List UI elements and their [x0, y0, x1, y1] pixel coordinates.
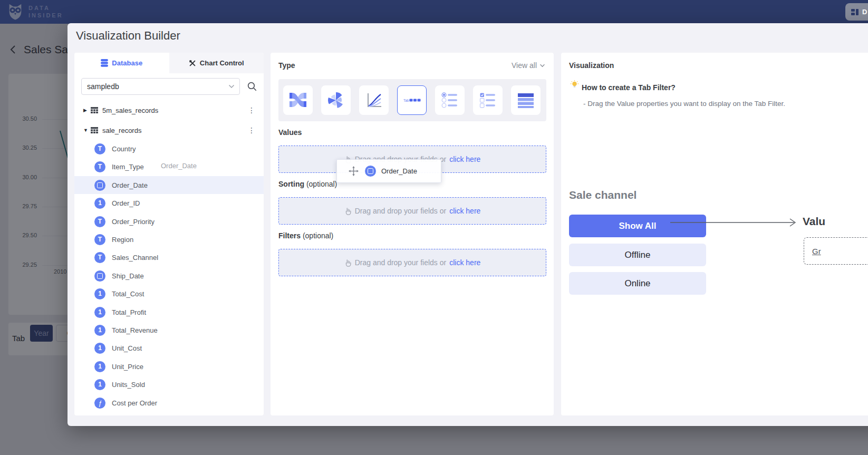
drag-hand-icon [344, 207, 352, 215]
field-label: Total_Profit [112, 308, 146, 316]
drag-hand-icon [344, 259, 352, 267]
table-menu-icon[interactable]: ⋮ [248, 106, 255, 114]
table-icon [91, 107, 98, 114]
field-label: Total_Revenue [112, 326, 158, 334]
top-navbar: DATA INSIDER D [0, 0, 868, 24]
field-item[interactable]: T Country [74, 140, 264, 158]
dropzone-hint: Drag and drop your fields or [355, 258, 447, 267]
field-label: Item_Type [112, 163, 144, 171]
sorting-dropzone[interactable]: Drag and drop your fields or click here [278, 197, 546, 225]
chart-type-line[interactable] [359, 85, 389, 115]
pie-chart-icon [326, 91, 345, 110]
date-field-icon [94, 270, 105, 282]
table-menu-icon[interactable]: ⋮ [248, 126, 255, 134]
field-item-order-date[interactable]: Order_Date [74, 176, 264, 194]
brand[interactable]: DATA INSIDER [6, 3, 63, 21]
field-label: Ship_Date [112, 272, 144, 280]
table-name: 5m_sales_records [102, 107, 158, 114]
tab-database-label: Database [112, 59, 142, 67]
chart-type-table[interactable] [511, 85, 541, 115]
panel-tabs: Database Chart Control [74, 53, 264, 73]
chart-type-tab-filter[interactable]: Tab [397, 85, 427, 115]
field-item[interactable]: 1 Unit_Cost [74, 339, 264, 357]
chevron-down-icon[interactable] [228, 84, 235, 89]
dropzone-click-here-link[interactable]: click here [449, 207, 480, 215]
text-field-icon: T [94, 161, 105, 172]
annotation-group-box: Gr [804, 237, 868, 265]
field-item[interactable]: 1 Unit_Price [74, 357, 264, 375]
field-item[interactable]: 1 Units_Sold [74, 375, 264, 393]
field-item[interactable]: 1 Total_Profit [74, 303, 264, 321]
annotation-group-link[interactable]: Gr [812, 247, 821, 256]
sorting-section-label: Sorting (optional) [278, 180, 337, 188]
table-name: sale_records [102, 127, 141, 134]
caret-down-icon[interactable]: ▼ [83, 128, 91, 133]
field-label: Cost per Order [112, 399, 157, 407]
field-label: Region [112, 236, 133, 244]
field-label: Total_Cost [112, 290, 144, 298]
text-field-icon: T [94, 216, 105, 227]
number-field-icon: 1 [94, 198, 105, 209]
type-section-label: Type [278, 61, 295, 70]
tab-filter-offline-button[interactable]: Offline [569, 244, 706, 266]
sankey-icon [288, 91, 307, 110]
tab-chart-control[interactable]: Chart Control [169, 53, 264, 73]
visualization-builder-dialog: Visualization Builder Database Chart Con… [67, 23, 868, 426]
dashboard-nav-button[interactable]: D [845, 3, 868, 21]
tip-body: - Drag the Value properties you want to … [583, 100, 785, 108]
database-icon [101, 59, 108, 67]
brand-name: DATA INSIDER [28, 4, 63, 19]
table-row-sale-records[interactable]: ▼ sale_records ⋮ [74, 121, 264, 139]
dropzone-click-here-link[interactable]: click here [449, 155, 480, 163]
radio-list-icon [440, 91, 459, 110]
date-field-icon [94, 180, 105, 191]
field-label: Country [112, 145, 136, 153]
filters-section-label: Filters (optional) [278, 231, 333, 240]
tab-database[interactable]: Database [74, 53, 169, 73]
tab-filter-online-button[interactable]: Online [569, 272, 706, 295]
dragged-field-chip[interactable]: Order_Date [336, 159, 441, 183]
chart-type-checkbox-list[interactable] [473, 85, 503, 115]
move-icon [349, 166, 359, 176]
search-icon[interactable] [247, 81, 257, 91]
svg-text:Tab: Tab [403, 99, 409, 102]
field-label: Units_Sold [112, 381, 145, 389]
dashboard-icon [851, 8, 859, 16]
table-row-5m-sales-records[interactable]: ▶ 5m_sales_records ⋮ [74, 101, 264, 119]
number-field-icon: 1 [94, 307, 105, 318]
database-select[interactable] [81, 78, 240, 95]
date-field-icon [365, 166, 376, 177]
view-all-button[interactable]: View all [512, 61, 545, 70]
chart-type-pie[interactable] [321, 85, 351, 115]
field-item[interactable]: Ship_Date [74, 267, 264, 285]
table-chart-icon [516, 91, 535, 110]
text-field-icon: T [94, 143, 105, 154]
database-panel: Database Chart Control ▶ [74, 53, 264, 415]
text-field-icon: T [94, 234, 105, 245]
field-label: Sales_Channel [112, 254, 158, 262]
field-item[interactable]: ƒ Cost per Order [74, 394, 264, 412]
dropzone-click-here-link[interactable]: click here [449, 258, 480, 267]
field-item[interactable]: T Sales_Channel [74, 248, 264, 266]
field-item[interactable]: 1 Total_Cost [74, 285, 264, 303]
field-label: Unit_Price [112, 363, 143, 371]
function-field-icon: ƒ [94, 398, 105, 409]
dropzone-hint: Drag and drop your fields or [355, 207, 447, 215]
field-item[interactable]: 1 Order_ID [74, 194, 264, 212]
number-field-icon: 1 [94, 343, 105, 354]
dashboard-nav-label: D [862, 8, 867, 16]
field-item[interactable]: 1 Total_Revenue [74, 321, 264, 339]
database-search-input[interactable] [82, 82, 228, 91]
field-item[interactable]: T Region [74, 230, 264, 248]
line-chart-icon [364, 91, 383, 110]
field-item[interactable]: T Order_Priority [74, 212, 264, 230]
dialog-title: Visualization Builder [76, 29, 180, 43]
caret-right-icon[interactable]: ▶ [83, 108, 91, 113]
tip-title: How to create a Tab Filter? [582, 83, 676, 92]
chart-type-sankey[interactable] [283, 85, 313, 115]
tab-filter-icon: Tab [402, 91, 421, 110]
chart-type-radio-list[interactable] [435, 85, 465, 115]
screen: Sales Sa 30.50 30.25 30.00 29.75 29.50 2… [0, 0, 868, 455]
checkbox-list-icon [478, 91, 497, 110]
filters-dropzone[interactable]: Drag and drop your fields or click here [278, 249, 546, 276]
